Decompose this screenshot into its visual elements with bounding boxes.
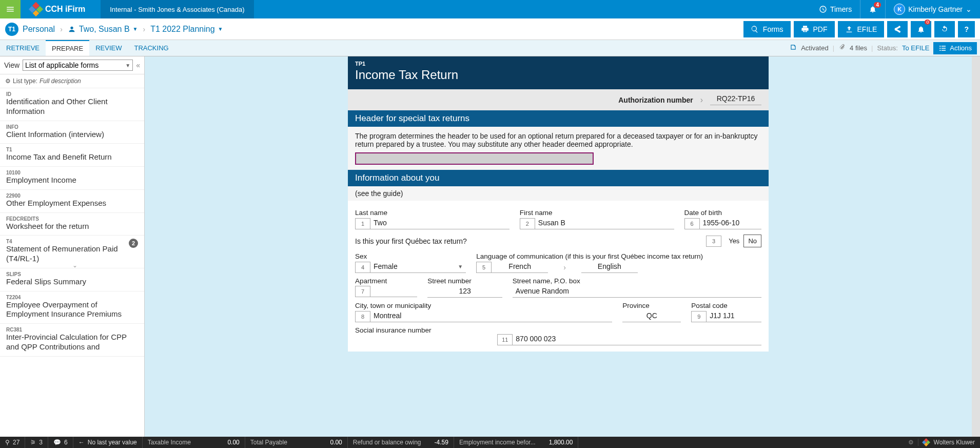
first-name-field[interactable]: Susan B [535,218,674,229]
print-icon [801,25,809,33]
auth-value[interactable]: RQ22-TP16 [710,94,761,105]
sin-field[interactable]: 870 000 023 [513,334,761,345]
form-name: Federal Slips Summary [6,277,138,287]
form-item[interactable]: T2204Employee Overpayment of Employment … [0,291,144,324]
bell-icon [917,25,925,33]
timers-button[interactable]: Timers [811,0,860,18]
view-select[interactable]: List of applicable forms ▼ [23,60,133,71]
sex-value: Female [374,262,398,270]
apartment-field[interactable] [370,286,417,297]
chevron-right-icon: › [563,263,566,271]
tab-tracking[interactable]: TRACKING [128,40,174,56]
collapse-sidebar-button[interactable]: « [136,61,140,69]
actions-button[interactable]: Actions [933,42,977,54]
tab-review[interactable]: REVIEW [89,40,128,56]
main-layout: View List of applicable forms ▼ « ⚙ List… [0,56,980,437]
form-item[interactable]: SLIPSFederal Slips Summary [0,268,144,291]
product-logo[interactable]: CCH iFirm [21,4,101,14]
lang-french[interactable]: French [492,261,548,273]
form-name: Inter-Provincial Calculation for CPP and… [6,333,138,352]
forms-button[interactable]: Forms [743,21,791,37]
tab-prepare[interactable]: PREPARE [46,40,89,56]
context-bar: T1 Personal › Two, Susan B ▼ › T1 2022 P… [0,18,980,40]
form-item[interactable]: 10100Employment Income [0,167,144,190]
forms-label: Forms [763,25,783,33]
label-sex: Sex [355,252,466,260]
question-first-qc: Is this your first Québec tax return? [355,237,467,245]
label-street-number: Street number [427,277,502,285]
city-field[interactable]: Montreal [370,310,612,322]
share-icon [893,25,901,33]
province-field[interactable]: QC [622,310,681,322]
tab-retrieve[interactable]: RETRIEVE [0,40,46,56]
forms-sidebar: View List of applicable forms ▼ « ⚙ List… [0,56,145,437]
chevron-down-icon: ⌄ [966,5,972,13]
form-item[interactable]: 22900Other Employment Expenses [0,190,144,213]
label-apartment: Apartment [355,277,417,285]
status-value[interactable]: To EFILE [902,44,929,52]
alerts-button[interactable]: 0 [911,21,931,37]
chevron-right-icon: › [700,95,703,105]
form-name: Employee Overpayment of Employment Insur… [6,300,138,320]
listtype-value[interactable]: Full description [40,77,81,85]
efile-button[interactable]: EFILE [838,21,885,37]
plan-link[interactable]: T1 2022 Planning ▼ [150,25,223,34]
client-link[interactable]: Two, Susan B ▼ [68,25,138,34]
street-number-field[interactable]: 123 [427,286,502,298]
option-no[interactable]: No [743,235,761,247]
option-yes[interactable]: Yes [724,235,743,247]
caret-down-icon: ▼ [458,264,463,269]
vertical-scrollbar[interactable] [972,56,980,437]
label-street-name: Street name, P.O. box [513,277,761,285]
field-number: 7 [355,286,370,297]
notifications-button[interactable]: 4 [860,0,885,18]
header-input[interactable] [355,152,594,165]
upload-icon [845,25,853,33]
files-label[interactable]: 4 files [850,44,867,52]
logo-icon [29,2,43,16]
status-label: Status: [877,44,897,52]
view-label: View [4,61,19,69]
form-item[interactable]: FEDCREDITSWorksheet for the return [0,213,144,236]
person-icon [68,25,76,33]
pdf-button[interactable]: PDF [794,21,835,37]
street-name-field[interactable]: Avenue Random [513,286,761,298]
caret-down-icon: ▼ [125,63,130,68]
label-dob: Date of birth [684,209,761,217]
client-name: Two, Susan B [79,25,130,34]
refresh-button[interactable] [934,21,955,37]
section-header-special: Header for special tax returns [348,110,769,127]
form-code: INFO [6,124,138,130]
form-name: Identification and Other Client Informat… [6,97,138,116]
help-button[interactable]: ? [958,21,975,37]
form-code: ID [6,91,138,97]
dob-field[interactable]: 1955-06-10 [700,218,761,229]
form-item[interactable]: RC381Inter-Provincial Calculation for CP… [0,324,144,357]
form-item[interactable]: IDIdentification and Other Client Inform… [0,88,144,121]
user-menu[interactable]: K Kimberly Gartner ⌄ [885,0,980,18]
user-name: Kimberly Gartner [908,5,963,13]
module-badge: T1 [5,23,18,36]
share-button[interactable] [887,21,908,37]
see-guide: (see the guide) [348,186,769,201]
lang-english[interactable]: English [581,261,638,273]
form-item[interactable]: INFOClient Information (interview) [0,121,144,144]
activated-label[interactable]: Activated [801,44,828,52]
field-number: 4 [355,262,370,273]
sex-dropdown[interactable]: Female▼ [370,261,466,273]
menu-button[interactable] [0,0,21,18]
paperclip-icon [838,44,846,52]
org-selector[interactable]: Internal - Smith Jones & Associates (Can… [101,0,253,18]
forms-list[interactable]: IDIdentification and Other Client Inform… [0,88,144,437]
info-body: Last name 1Two First name 2Susan B Date … [348,201,769,352]
form-code: RC381 [6,327,138,333]
hamburger-icon [6,5,15,14]
form-item[interactable]: T1Income Tax and Benefit Return [0,144,144,167]
form-item[interactable]: T4Statement of Remuneration Paid (T4/RL-… [0,236,144,268]
form-code-header: TP1 [355,61,761,67]
form-content[interactable]: TP1 Income Tax Return Authorization numb… [145,56,972,437]
last-name-field[interactable]: Two [370,218,509,229]
module-link[interactable]: Personal [23,25,55,34]
label-province: Province [622,302,681,309]
postal-field[interactable]: J1J 1J1 [707,310,761,322]
